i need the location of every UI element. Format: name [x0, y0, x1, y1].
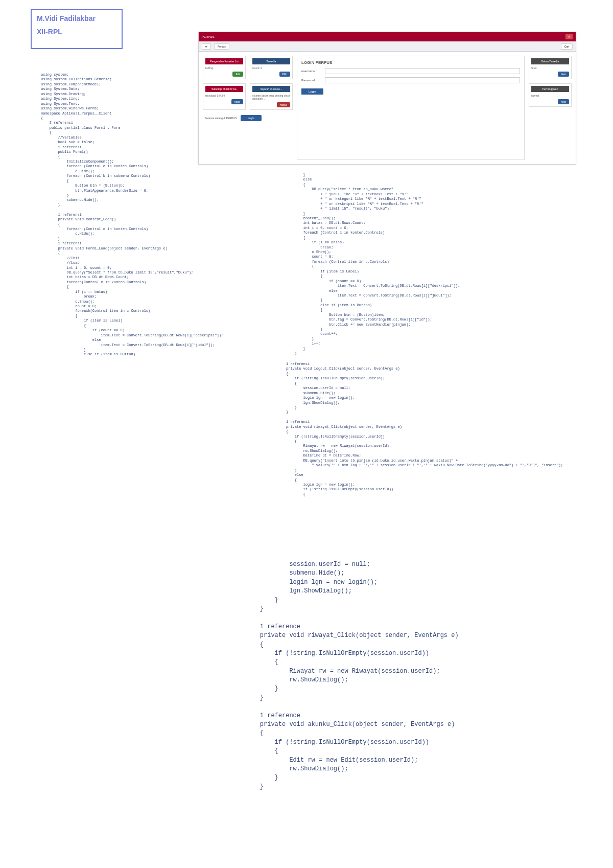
app-window: PERPUS × ⟳ Perpus Cari Pengenalan Karakt… [198, 32, 576, 165]
password-label: Password [301, 79, 322, 82]
card-4-next-button[interactable]: Next [558, 99, 569, 104]
app-title: PERPUS [202, 35, 215, 38]
header-box: M.Vidi Fadilakbar XII-RPL [31, 9, 123, 49]
card-2: Tersedia Count: 9 Pilih [250, 56, 293, 79]
login-button[interactable]: Login [301, 88, 323, 95]
card-6-body: sejarah dasar yang penting untuk dipelaj… [252, 94, 290, 100]
app-titlebar: PERPUS × [199, 32, 576, 41]
card-2-body: Count: 9 [252, 66, 262, 70]
card-4: PerTanggalan normal Next [529, 83, 572, 107]
card-6: Sejarah Dunia ke... sejarah dasar yang p… [250, 83, 293, 110]
status-login-pill[interactable]: Login [241, 115, 261, 121]
card-4-title: PerTanggalan [531, 86, 569, 92]
password-input[interactable] [325, 77, 520, 83]
student-name: M.Vidi Fadilakbar [37, 14, 116, 22]
card-6-delete-button[interactable]: Hapus [277, 102, 290, 107]
code-block-right-bottom: session.userId = null; submenu.Hide(); l… [245, 560, 562, 791]
card-3-title: Belum Tersedia [531, 58, 569, 64]
app-body: Pengenalan Karakter 1m huffing Edit Ters… [199, 52, 576, 164]
code-block-right-top: } else { DB.query("select * from tb_buku… [286, 173, 572, 356]
card-1-title: Pengenalan Karakter 1m [205, 58, 243, 64]
app-toolbar: ⟳ Perpus Cari [199, 41, 576, 52]
code-block-right-mid: 1 referensi private void logout_Click(ob… [286, 362, 572, 497]
login-panel: LOGIN PERPUS username Password Login [297, 56, 525, 160]
card-1-body: huffing [205, 66, 213, 70]
close-icon[interactable]: × [565, 34, 573, 39]
username-input[interactable] [325, 68, 520, 74]
toolbar-perpus-button[interactable]: Perpus [214, 43, 229, 50]
toolbar-cari-button[interactable]: Cari [561, 43, 573, 50]
code-block-left: using system; using system.Collections.G… [41, 73, 230, 357]
card-2-title: Tersedia [252, 58, 290, 64]
card-3-body: Sisa: [531, 66, 537, 70]
card-6-title: Sejarah Dunia ke... [252, 86, 290, 92]
card-2-pilih-button[interactable]: Pilih [279, 72, 290, 77]
login-title: LOGIN PERPUS [301, 60, 520, 65]
card-4-body: normal [531, 94, 539, 97]
card-3-next-button[interactable]: Next [558, 72, 569, 77]
card-5-input-button[interactable]: Input [231, 99, 243, 104]
class-name: XII-RPL [37, 28, 116, 36]
card-3: Belum Tersedia Sisa: Next [529, 56, 572, 79]
username-label: username [301, 70, 322, 73]
card-1-edit-button[interactable]: Edit [232, 72, 243, 77]
toolbar-url-icon: ⟳ [202, 43, 211, 50]
